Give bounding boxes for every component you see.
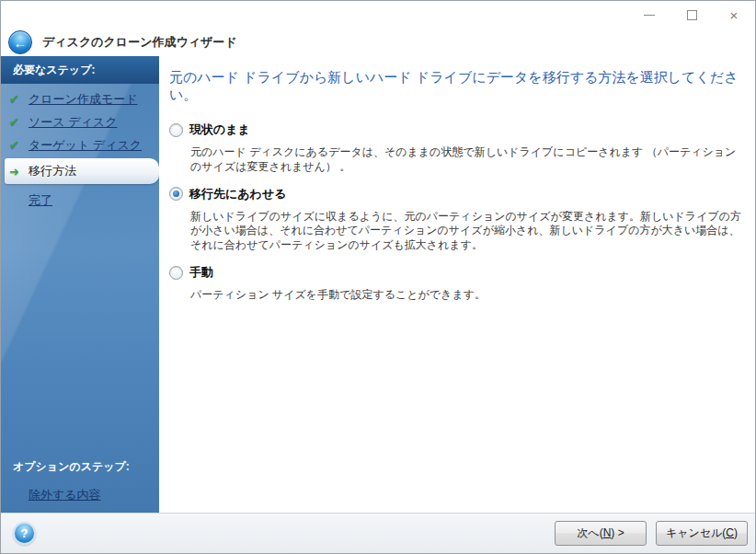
sidebar-item-finish[interactable]: 完了 <box>1 189 159 212</box>
sidebar-item-label[interactable]: ソース ディスク <box>29 114 117 131</box>
sidebar-item-exclusions[interactable]: 除外する内容 <box>1 486 159 503</box>
sidebar-item-target-disk[interactable]: ✔ ターゲット ディスク <box>1 133 159 156</box>
page-title: ディスクのクローン作成ウィザード <box>42 34 237 51</box>
minimize-icon <box>644 15 655 16</box>
radio-label[interactable]: 手動 <box>189 264 213 281</box>
optional-steps-section: オプションのステップ: 除外する内容 <box>1 459 159 503</box>
sidebar-item-label[interactable]: 完了 <box>29 192 52 209</box>
sidebar-item-label[interactable]: ターゲット ディスク <box>29 137 142 154</box>
radio-as-is[interactable]: 現状のまま <box>169 121 744 138</box>
check-icon: ✔ <box>9 139 29 151</box>
window-controls: × <box>628 1 755 29</box>
sidebar-item-label: 移行方法 <box>29 163 76 179</box>
close-button[interactable]: × <box>713 1 755 29</box>
back-arrow-icon: ← <box>14 35 28 51</box>
footer-bar: ? 次へ(N) > キャンセル(C) <box>1 513 755 553</box>
current-step-arrow-icon: ➜ <box>9 166 29 178</box>
steps-sidebar: 必要なステップ: ✔ クローン作成モード ✔ ソース ディスク ✔ ターゲット … <box>1 56 159 513</box>
wizard-header: ← ディスクのクローン作成ウィザード <box>1 29 755 56</box>
option-manual: 手動 パーティション サイズを手動で設定することができます。 <box>169 264 744 303</box>
radio-fit-to-destination[interactable]: 移行先にあわせる <box>169 186 744 202</box>
radio-icon[interactable] <box>169 123 183 137</box>
option-description: 新しいドライブのサイズに収まるように、元のパーティションのサイズが変更されます。… <box>190 210 744 253</box>
radio-label[interactable]: 移行先にあわせる <box>189 186 287 202</box>
next-button[interactable]: 次へ(N) > <box>555 521 647 546</box>
wizard-window: × ← ディスクのクローン作成ウィザード 必要なステップ: ✔ クローン作成モー… <box>0 0 756 554</box>
option-description: パーティション サイズを手動で設定することができます。 <box>190 288 744 303</box>
help-button[interactable]: ? <box>13 522 36 545</box>
radio-manual[interactable]: 手動 <box>169 264 744 281</box>
radio-dot <box>173 190 179 197</box>
next-button-label: 次へ(N) > <box>577 525 624 541</box>
help-icon: ? <box>21 526 29 540</box>
sidebar-item-source-disk[interactable]: ✔ ソース ディスク <box>1 110 159 133</box>
minimize-button[interactable] <box>628 1 670 29</box>
cancel-button[interactable]: キャンセル(C) <box>656 521 748 546</box>
back-button[interactable]: ← <box>8 30 32 54</box>
option-description: 元のハード ディスクにあるデータは、そのままの状態で新しいドライブにコピーされま… <box>190 145 744 175</box>
radio-label[interactable]: 現状のまま <box>189 121 250 138</box>
maximize-icon <box>687 10 697 20</box>
cancel-button-label: キャンセル(C) <box>666 525 738 541</box>
option-fit-to-destination: 移行先にあわせる 新しいドライブのサイズに収まるように、元のパーティションのサイ… <box>169 186 744 253</box>
close-icon: × <box>730 8 739 22</box>
sidebar-item-migration-method[interactable]: ➜ 移行方法 <box>5 158 159 184</box>
check-icon: ✔ <box>9 116 29 128</box>
footer-buttons: 次へ(N) > キャンセル(C) <box>555 521 748 546</box>
optional-steps-header: オプションのステップ: <box>1 459 159 475</box>
sidebar-item-label[interactable]: 除外する内容 <box>29 488 101 502</box>
radio-icon[interactable] <box>169 187 183 201</box>
option-as-is: 現状のまま 元のハード ディスクにあるデータは、そのままの状態で新しいドライブに… <box>169 121 744 175</box>
steps-list: ✔ クローン作成モード ✔ ソース ディスク ✔ ターゲット ディスク ➜ 移行… <box>1 84 159 212</box>
radio-icon[interactable] <box>169 266 183 280</box>
page-instruction: 元のハード ドライブから新しいハード ドライブにデータを移行する方法を選択してく… <box>169 69 744 104</box>
sidebar-item-clone-mode[interactable]: ✔ クローン作成モード <box>1 87 159 110</box>
title-bar: × <box>1 1 755 29</box>
sidebar-item-label[interactable]: クローン作成モード <box>29 91 138 108</box>
required-steps-header: 必要なステップ: <box>1 56 159 84</box>
maximize-button[interactable] <box>670 1 713 29</box>
main-content: 元のハード ドライブから新しいハード ドライブにデータを移行する方法を選択してく… <box>159 56 755 513</box>
check-icon: ✔ <box>9 93 29 105</box>
